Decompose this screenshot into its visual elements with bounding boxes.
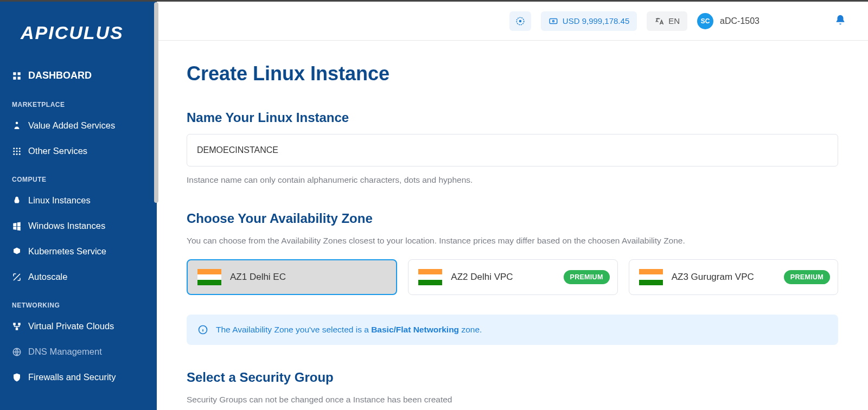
balance-button[interactable]: USD 9,999,178.45 xyxy=(541,11,637,31)
sidebar-label: Kubernetes Service xyxy=(28,246,106,257)
section-networking: NETWORKING xyxy=(0,290,157,313)
svg-rect-2 xyxy=(13,76,16,79)
name-section-heading: Name Your Linux Instance xyxy=(187,110,838,125)
sidebar-item-kubernetes[interactable]: Kubernetes Service xyxy=(0,239,157,264)
sg-section-heading: Select a Security Group xyxy=(187,370,838,385)
sidebar-label: DNS Management xyxy=(28,347,102,357)
svg-point-9 xyxy=(16,150,18,152)
az-options: AZ1 Delhi EC AZ2 Delhi VPC PREMIUM AZ3 G… xyxy=(187,259,838,295)
linux-icon xyxy=(12,196,28,206)
region-button[interactable] xyxy=(509,11,531,31)
balance-text: USD 9,999,178.45 xyxy=(563,16,629,25)
content: Create Linux Instance Name Your Linux In… xyxy=(157,41,868,410)
svg-rect-15 xyxy=(18,323,21,325)
dashboard-icon xyxy=(12,71,28,81)
shield-icon xyxy=(12,373,28,382)
grid-icon xyxy=(12,146,28,156)
sidebar-scrollbar[interactable] xyxy=(154,2,158,203)
sidebar-label: Value Added Services xyxy=(28,120,115,131)
sidebar-label: Autoscale xyxy=(28,272,67,282)
main: USD 9,999,178.45 EN SC aDC-1503 Create L… xyxy=(157,2,868,410)
az-info-banner: The Availability Zone you've selected is… xyxy=(187,315,838,345)
premium-badge: PREMIUM xyxy=(564,270,610,284)
svg-point-7 xyxy=(19,148,21,149)
sidebar-label: Virtual Private Clouds xyxy=(28,321,114,331)
language-text: EN xyxy=(668,16,680,25)
sidebar-item-value-added[interactable]: Value Added Services xyxy=(0,113,157,138)
username: aDC-1503 xyxy=(720,16,760,26)
info-icon xyxy=(197,324,208,335)
az-hint: You can choose from the Availability Zon… xyxy=(187,235,838,247)
section-compute: COMPUTE xyxy=(0,164,157,188)
az-section-heading: Choose Your Availability Zone xyxy=(187,211,838,226)
globe-icon xyxy=(12,347,28,357)
page-title: Create Linux Instance xyxy=(187,62,838,85)
kubernetes-icon xyxy=(12,247,28,257)
flag-india-icon xyxy=(639,269,663,285)
svg-point-19 xyxy=(519,20,522,22)
sidebar-item-other-services[interactable]: Other Services xyxy=(0,138,157,164)
svg-rect-3 xyxy=(18,76,21,79)
svg-point-21 xyxy=(552,20,554,22)
sidebar-label: Linux Instances xyxy=(28,195,91,206)
instance-name-hint: Instance name can only contain alphanume… xyxy=(187,174,838,186)
svg-point-12 xyxy=(16,153,18,155)
value-added-icon xyxy=(12,121,28,131)
info-text: The Availability Zone you've selected is… xyxy=(216,325,482,335)
svg-point-10 xyxy=(19,150,21,152)
premium-badge: PREMIUM xyxy=(784,270,830,284)
windows-icon xyxy=(12,221,28,231)
user-menu[interactable]: SC aDC-1503 xyxy=(697,13,760,29)
svg-rect-16 xyxy=(16,328,18,330)
sidebar-item-dns[interactable]: DNS Management xyxy=(0,339,157,364)
svg-rect-1 xyxy=(18,72,21,75)
network-icon xyxy=(12,322,28,331)
svg-rect-20 xyxy=(550,18,557,23)
section-marketplace: MARKETPLACE xyxy=(0,89,157,113)
sidebar-item-autoscale[interactable]: Autoscale xyxy=(0,264,157,290)
az-card-1[interactable]: AZ1 Delhi EC xyxy=(187,259,397,295)
az-label: AZ2 Delhi VPC xyxy=(451,272,513,283)
sidebar-label: Firewalls and Security xyxy=(28,372,116,382)
svg-point-6 xyxy=(16,148,18,149)
sg-hint: Security Groups can not be changed once … xyxy=(187,394,838,406)
svg-point-4 xyxy=(16,121,18,124)
svg-point-5 xyxy=(13,148,15,149)
sidebar: APICULUS DASHBOARD MARKETPLACE Value Add… xyxy=(0,2,157,410)
sidebar-item-firewalls[interactable]: Firewalls and Security xyxy=(0,364,157,390)
sidebar-label: DASHBOARD xyxy=(28,70,92,81)
brand-logo: APICULUS xyxy=(0,11,157,62)
az-label: AZ3 Gurugram VPC xyxy=(672,272,754,283)
svg-rect-0 xyxy=(13,72,16,75)
sidebar-label: Other Services xyxy=(28,146,87,156)
sidebar-label: Windows Instances xyxy=(28,221,105,231)
sidebar-item-linux[interactable]: Linux Instances xyxy=(0,188,157,213)
svg-point-11 xyxy=(13,153,15,155)
language-button[interactable]: EN xyxy=(647,11,687,31)
avatar: SC xyxy=(697,13,713,29)
notifications-button[interactable] xyxy=(834,14,846,28)
svg-point-8 xyxy=(13,150,15,152)
bell-icon xyxy=(834,14,846,26)
sidebar-item-windows[interactable]: Windows Instances xyxy=(0,213,157,239)
svg-point-13 xyxy=(19,153,21,155)
flag-india-icon xyxy=(197,269,221,285)
az-card-3[interactable]: AZ3 Gurugram VPC PREMIUM xyxy=(629,259,838,295)
sidebar-item-vpc[interactable]: Virtual Private Clouds xyxy=(0,313,157,339)
topbar: USD 9,999,178.45 EN SC aDC-1503 xyxy=(157,2,868,41)
flag-india-icon xyxy=(418,269,442,285)
az-label: AZ1 Delhi EC xyxy=(230,272,286,283)
sidebar-item-dashboard[interactable]: DASHBOARD xyxy=(0,62,157,89)
autoscale-icon xyxy=(12,272,28,282)
instance-name-input[interactable] xyxy=(187,134,838,166)
svg-rect-14 xyxy=(13,323,16,325)
az-card-2[interactable]: AZ2 Delhi VPC PREMIUM xyxy=(408,259,617,295)
